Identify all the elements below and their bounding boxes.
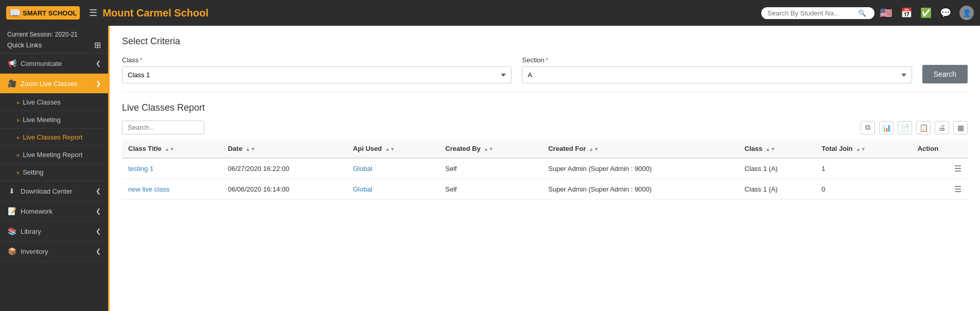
sidebar: Current Session: 2020-21 Quick Links ⊞ 📢… [0, 26, 108, 311]
sidebar-item-inventory[interactable]: 📦 Inventory ❮ [0, 241, 108, 262]
row2-class-title: new live class [122, 179, 222, 200]
col-created-for-sort[interactable]: ▲▼ [589, 146, 599, 152]
row1-class: Class 1 (A) [739, 158, 816, 179]
col-created-by-sort[interactable]: ▲▼ [483, 146, 494, 152]
row1-created-for: Super Admin (Super Admin : 9000) [542, 158, 738, 179]
class-select[interactable]: Class 1 Class 2 Class 3 Class 4 Class 5 [122, 66, 512, 83]
col-date: Date ▲▼ [222, 140, 347, 158]
pdf-button[interactable]: 📋 [916, 121, 931, 134]
col-class: Class ▲▼ [739, 140, 816, 158]
table-body: testing 1 06/27/2020 16:22:00 Global Sel… [122, 158, 968, 200]
sidebar-item-live-classes[interactable]: » Live Classes [0, 94, 108, 111]
setting-arrow: » [16, 169, 20, 176]
flag-icon[interactable]: 🇺🇸 [880, 7, 892, 19]
session-info: Current Session: 2020-21 Quick Links ⊞ [0, 26, 108, 54]
table-search [122, 120, 204, 134]
col-class-sort[interactable]: ▲▼ [765, 146, 776, 152]
sidebar-item-setting-label: Setting [23, 168, 43, 176]
download-chevron: ❮ [96, 187, 101, 195]
quick-links-row: Quick Links ⊞ [7, 40, 101, 50]
communicate-icon: 📢 [7, 59, 16, 67]
sidebar-item-library-label: Library [21, 228, 41, 235]
print-button[interactable]: 🖨 [935, 121, 949, 134]
class-form-group: Class* Class 1 Class 2 Class 3 Class 4 C… [122, 56, 512, 83]
sidebar-item-library[interactable]: 📚 Library ❮ [0, 221, 108, 241]
user-avatar[interactable]: 👤 [959, 6, 974, 20]
top-search-icon[interactable]: 🔍 [858, 9, 866, 17]
sidebar-item-zoom-label: Zoom Live Classes [21, 80, 78, 88]
sidebar-item-live-classes-label: Live Classes [23, 98, 61, 106]
top-search-input[interactable] [767, 9, 855, 17]
criteria-title: Select Criteria [122, 36, 968, 47]
row2-total-join: 0 [815, 179, 911, 200]
main-content: Select Criteria Class* Class 1 Class 2 C… [108, 26, 980, 311]
sidebar-item-live-classes-report[interactable]: » Live Classes Report [0, 129, 108, 146]
search-button[interactable]: Search [922, 65, 968, 83]
table-row: testing 1 06/27/2020 16:22:00 Global Sel… [122, 158, 968, 179]
copy-button[interactable]: ⧉ [861, 121, 875, 134]
sidebar-item-download-label: Download Center [21, 187, 72, 195]
school-name: Mount Carmel School [102, 7, 756, 19]
communicate-chevron: ❮ [96, 60, 101, 67]
quick-links-label: Quick Links [7, 41, 42, 49]
section-form-group: Section* A B C D [522, 56, 912, 83]
logo: 📖 SMART SCHOOL [6, 6, 80, 20]
zoom-icon: 🎥 [7, 79, 16, 88]
hamburger-button[interactable]: ☰ [89, 7, 97, 19]
sidebar-item-communicate-label: Communicate [21, 60, 62, 67]
report-table: Class Title ▲▼ Date ▲▼ Api Used ▲▼ [122, 140, 968, 200]
inventory-icon: 📦 [7, 247, 16, 255]
excel-button[interactable]: 📊 [879, 121, 894, 134]
live-meeting-report-arrow: » [16, 152, 20, 158]
criteria-form: Select Criteria Class* Class 1 Class 2 C… [122, 36, 968, 92]
sidebar-item-homework[interactable]: 📝 Homework ❮ [0, 201, 108, 221]
library-chevron: ❮ [96, 228, 101, 235]
row1-action-icon[interactable]: ☰ [954, 164, 961, 173]
col-total-join-sort[interactable]: ▲▼ [855, 146, 866, 152]
col-class-title-sort[interactable]: ▲▼ [164, 146, 174, 152]
sidebar-item-live-meeting[interactable]: » Live Meeting [0, 111, 108, 129]
row2-action-icon[interactable]: ☰ [954, 185, 961, 194]
sidebar-item-live-meeting-label: Live Meeting [23, 116, 61, 124]
zoom-chevron: ❯ [96, 80, 101, 87]
report-title: Live Classes Report [122, 102, 968, 113]
main-layout: Current Session: 2020-21 Quick Links ⊞ 📢… [0, 26, 980, 311]
row1-api-used: Global [347, 158, 439, 179]
tasks-icon[interactable]: ✅ [920, 7, 932, 19]
criteria-form-row: Class* Class 1 Class 2 Class 3 Class 4 C… [122, 56, 968, 83]
row1-action: ☰ [912, 158, 968, 179]
sidebar-item-live-meeting-report[interactable]: » Live Meeting Report [0, 146, 108, 164]
calendar-icon[interactable]: 📅 [901, 7, 912, 19]
columns-button[interactable]: ▦ [953, 121, 968, 134]
col-date-sort[interactable]: ▲▼ [246, 146, 256, 152]
col-api-sort[interactable]: ▲▼ [385, 146, 395, 152]
row2-created-for: Super Admin (Super Admin : 9000) [542, 179, 738, 200]
section-select[interactable]: A B C D [522, 66, 912, 83]
table-header-row: Class Title ▲▼ Date ▲▼ Api Used ▲▼ [122, 140, 968, 158]
sidebar-item-live-meeting-report-label: Live Meeting Report [23, 151, 82, 159]
sidebar-item-setting[interactable]: » Setting [0, 164, 108, 181]
row1-created-by: Self [439, 158, 542, 179]
library-icon: 📚 [7, 227, 16, 235]
col-class-title: Class Title ▲▼ [122, 140, 222, 158]
row1-date: 06/27/2020 16:22:00 [222, 158, 347, 179]
class-label: Class* [122, 56, 512, 64]
logo-icon: 📖 [9, 7, 21, 19]
homework-icon: 📝 [7, 207, 16, 215]
col-action: Action [912, 140, 968, 158]
whatsapp-icon[interactable]: 💬 [940, 7, 951, 19]
table-toolbar: ⧉ 📊 📄 📋 🖨 ▦ [122, 120, 968, 134]
logo-text: SMART SCHOOL [23, 9, 77, 17]
sidebar-item-download-center[interactable]: ⬇ Download Center ❮ [0, 181, 108, 201]
sidebar-item-homework-label: Homework [21, 208, 52, 215]
grid-icon[interactable]: ⊞ [94, 40, 101, 50]
sidebar-item-zoom-live-classes[interactable]: 🎥 Zoom Live Classes ❯ [0, 74, 108, 94]
sidebar-item-live-classes-report-label: Live Classes Report [23, 133, 82, 141]
row1-total-join: 1 [815, 158, 911, 179]
section-label: Section* [522, 56, 912, 64]
csv-button[interactable]: 📄 [898, 121, 912, 134]
col-created-by: Created By ▲▼ [439, 140, 542, 158]
report-section: Live Classes Report ⧉ 📊 📄 📋 🖨 ▦ [122, 102, 968, 200]
sidebar-item-communicate[interactable]: 📢 Communicate ❮ [0, 54, 108, 74]
table-search-input[interactable] [122, 120, 204, 134]
